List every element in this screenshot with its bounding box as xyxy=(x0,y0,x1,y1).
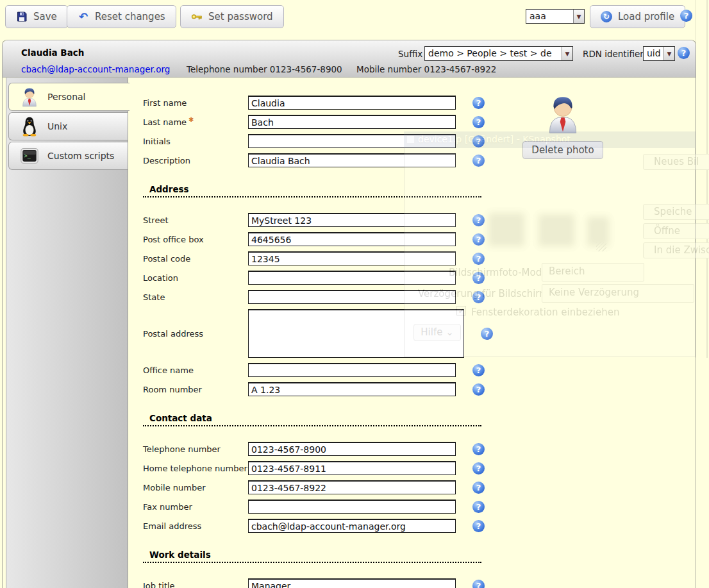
section-header: Work details xyxy=(143,550,481,563)
fax-number-input[interactable] xyxy=(248,500,456,514)
help-icon[interactable]: ? xyxy=(472,501,485,513)
help-icon[interactable]: ? xyxy=(472,272,485,284)
post-office-box-input[interactable] xyxy=(248,232,456,246)
reload-icon: ↻ xyxy=(601,11,612,22)
rdn-select-value: uid xyxy=(644,47,663,60)
office-name-input[interactable] xyxy=(248,363,456,377)
field-row-postal-address: Postal address? xyxy=(143,309,696,358)
svg-text:>_: >_ xyxy=(24,153,31,159)
tab-personal[interactable]: Personal xyxy=(8,83,129,111)
first-name-input[interactable] xyxy=(248,96,456,110)
page-title: Claudia Bach xyxy=(21,47,84,58)
form-area: First name?Last name✱?Initials?Descripti… xyxy=(129,78,696,588)
tab-label: Personal xyxy=(47,92,86,102)
initials-input[interactable] xyxy=(248,134,456,148)
field-row-location: Location? xyxy=(143,271,696,285)
last-name-input[interactable] xyxy=(248,115,456,129)
email-link[interactable]: cbach@ldap-account-manager.org xyxy=(21,64,170,74)
field-row-office-name: Office name? xyxy=(143,363,696,377)
help-icon[interactable]: ? xyxy=(472,580,485,588)
set-password-label: Set password xyxy=(208,11,273,22)
help-icon[interactable]: ? xyxy=(472,253,485,265)
description-input[interactable] xyxy=(248,153,456,167)
profile-select-value: aaa xyxy=(526,10,573,23)
field-row-post-office-box: Post office box? xyxy=(143,232,696,246)
load-profile-label: Load profile xyxy=(618,11,674,22)
help-icon[interactable]: ? xyxy=(472,482,485,494)
help-icon[interactable]: ? xyxy=(680,10,692,22)
field-row-state: State? xyxy=(143,290,696,304)
help-icon[interactable]: ? xyxy=(472,520,485,532)
initials-label: Initials xyxy=(143,137,248,146)
tab-unix[interactable]: Unix xyxy=(8,112,128,140)
profile-select[interactable]: aaa ▼ xyxy=(526,9,585,24)
required-asterisk: ✱ xyxy=(188,116,194,123)
help-icon[interactable]: ? xyxy=(481,328,493,340)
field-row-street: Street? xyxy=(143,213,696,227)
street-label: Street xyxy=(143,215,248,225)
help-icon[interactable]: ? xyxy=(472,233,485,246)
tux-penguin-icon xyxy=(20,115,39,137)
tab-custom-scripts[interactable]: >_ Custom scripts xyxy=(8,142,128,170)
telephone-number-input[interactable] xyxy=(248,442,456,456)
chevron-down-icon: ▼ xyxy=(562,47,572,60)
load-profile-button[interactable]: ↻ Load profile xyxy=(590,5,685,28)
help-icon[interactable]: ? xyxy=(472,443,485,455)
description-label: Description xyxy=(143,156,248,165)
street-input[interactable] xyxy=(248,213,456,227)
telephone-number-label: Telephone number xyxy=(143,444,248,454)
field-row-job-title: Job title? xyxy=(143,578,696,588)
job-title-input[interactable] xyxy=(248,578,456,588)
field-row-initials: Initials? xyxy=(143,134,696,148)
chevron-down-icon: ▼ xyxy=(663,47,674,60)
reset-changes-button[interactable]: ↶ Reset changes xyxy=(67,5,176,28)
help-icon[interactable]: ? xyxy=(472,291,485,303)
room-number-input[interactable] xyxy=(248,382,456,396)
field-row-last-name: Last name✱? xyxy=(143,115,696,129)
delete-photo-button[interactable]: Delete photo xyxy=(522,141,603,159)
photo-block: Delete photo xyxy=(521,94,605,159)
help-icon[interactable]: ? xyxy=(678,47,690,59)
email-address-input[interactable] xyxy=(248,519,456,533)
ghost-window-border xyxy=(706,0,708,358)
field-row-postal-code: Postal code? xyxy=(143,251,696,265)
postal-address-input[interactable] xyxy=(248,309,464,358)
account-header: Claudia Bach Suffix demo > People > test… xyxy=(3,40,696,78)
user-icon xyxy=(20,86,39,108)
undo-arrow-icon: ↶ xyxy=(78,11,89,22)
field-row-first-name: First name? xyxy=(143,96,696,110)
help-icon[interactable]: ? xyxy=(472,364,485,376)
mobile-number-input[interactable] xyxy=(248,480,456,494)
first-name-label: First name xyxy=(143,98,248,108)
office-name-label: Office name xyxy=(143,365,248,375)
state-input[interactable] xyxy=(248,290,456,304)
home-telephone-number-input[interactable] xyxy=(248,461,456,475)
section-header: Contact data xyxy=(143,413,481,426)
location-label: Location xyxy=(143,273,248,283)
help-icon[interactable]: ? xyxy=(472,462,485,475)
location-input[interactable] xyxy=(248,271,456,285)
account-editor: Claudia Bach Suffix demo > People > test… xyxy=(2,40,696,588)
help-icon[interactable]: ? xyxy=(472,214,485,226)
room-number-label: Room number xyxy=(143,385,248,394)
field-row-mobile-number: Mobile number? xyxy=(143,480,696,494)
section-header: Address xyxy=(143,184,481,197)
field-row-home-telephone-number: Home telephone number? xyxy=(143,461,696,475)
help-icon[interactable]: ? xyxy=(472,116,485,128)
help-icon[interactable]: ? xyxy=(472,97,485,109)
postal-code-input[interactable] xyxy=(248,251,456,265)
key-icon xyxy=(191,11,203,22)
post-office-box-label: Post office box xyxy=(143,235,248,244)
field-row-telephone-number: Telephone number? xyxy=(143,442,696,456)
section-title: Address xyxy=(149,184,189,194)
chevron-down-icon: ▼ xyxy=(573,10,584,23)
set-password-button[interactable]: Set password xyxy=(180,5,284,28)
help-icon[interactable]: ? xyxy=(472,135,485,147)
suffix-select[interactable]: demo > People > test > de ▼ xyxy=(424,46,573,61)
rdn-select[interactable]: uid ▼ xyxy=(643,46,675,61)
help-icon[interactable]: ? xyxy=(472,155,485,167)
field-row-email-address: Email address? xyxy=(143,519,696,533)
save-button[interactable]: Save xyxy=(5,5,68,28)
mobile-number-label: Mobile number xyxy=(143,483,248,492)
help-icon[interactable]: ? xyxy=(472,383,485,396)
